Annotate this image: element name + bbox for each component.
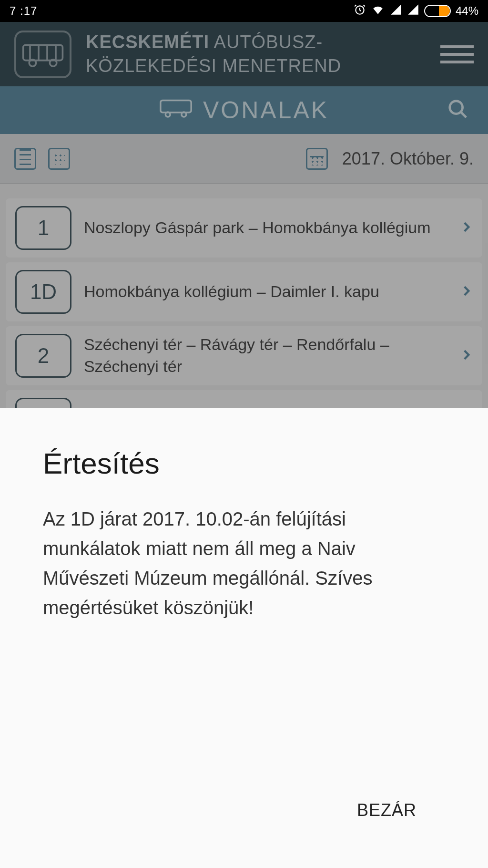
section-title: VONALAK (203, 96, 329, 124)
svg-line-12 (461, 112, 467, 118)
bus-logo-icon (14, 31, 71, 78)
svg-point-10 (182, 112, 186, 117)
app-header: KECSKEMÉTI AUTÓBUSZ- KÖZLEKEDÉSI MENETRE… (0, 22, 488, 86)
route-item[interactable]: 2A Széchenyi tér – Gokart Stadion – Széc… (6, 390, 482, 411)
route-item[interactable]: 2 Széchenyi tér – Rávágy tér – Rendőrfal… (6, 326, 482, 385)
calendar-icon[interactable] (306, 148, 328, 170)
chevron-right-icon (460, 281, 473, 302)
route-number: 2 (15, 334, 71, 378)
grid-view-icon[interactable] (48, 148, 70, 170)
route-number: 1D (15, 270, 71, 314)
status-icons: 44% (354, 3, 478, 19)
svg-rect-1 (23, 45, 63, 60)
svg-rect-8 (161, 101, 191, 113)
alarm-icon (354, 3, 366, 19)
list-view-icon[interactable] (14, 148, 36, 170)
route-name: Széchenyi tér – Rávágy tér – Rendőrfalu … (84, 334, 448, 378)
status-time: 7 :17 (10, 4, 37, 18)
menu-icon[interactable] (440, 45, 474, 63)
svg-point-9 (165, 112, 170, 117)
notification-dialog: Értesítés Az 1D járat 2017. 10.02-án fel… (0, 408, 488, 868)
toolbar-date[interactable]: 2017. Október. 9. (342, 149, 474, 169)
route-item[interactable]: 1D Homokbánya kollégium – Daimler I. kap… (6, 262, 482, 321)
status-bar: 7 :17 44% (0, 0, 488, 22)
route-item[interactable]: 1 Noszlopy Gáspár park – Homokbánya koll… (6, 198, 482, 258)
app-title-bold: KECSKEMÉTI (86, 32, 209, 52)
toolbar: 2017. Október. 9. (0, 134, 488, 184)
signal-icon (390, 3, 402, 19)
close-button[interactable]: BEZÁR (338, 791, 436, 830)
dialog-body: Az 1D járat 2017. 10.02-án felújítási mu… (43, 504, 445, 791)
route-name: Noszlopy Gáspár park – Homokbánya kollég… (84, 217, 448, 239)
app-title-rest1: AUTÓBUSZ- (209, 32, 323, 52)
app-title-line2: KÖZLEKEDÉSI MENETREND (86, 56, 341, 76)
battery-icon (424, 5, 451, 17)
chevron-right-icon (460, 345, 473, 366)
signal-icon-2 (407, 3, 419, 19)
search-icon[interactable] (447, 98, 469, 122)
wifi-icon (371, 3, 385, 19)
section-header: VONALAK (0, 86, 488, 134)
battery-percent: 44% (456, 4, 478, 18)
route-name: Homokbánya kollégium – Daimler I. kapu (84, 281, 448, 303)
chevron-right-icon (460, 217, 473, 238)
bus-small-icon (159, 96, 193, 124)
app-title: KECSKEMÉTI AUTÓBUSZ- KÖZLEKEDÉSI MENETRE… (86, 31, 426, 78)
svg-point-11 (450, 101, 463, 114)
routes-list: 1 Noszlopy Gáspár park – Homokbánya koll… (0, 184, 488, 411)
dialog-title: Értesítés (43, 446, 445, 480)
route-number: 1 (15, 206, 71, 250)
